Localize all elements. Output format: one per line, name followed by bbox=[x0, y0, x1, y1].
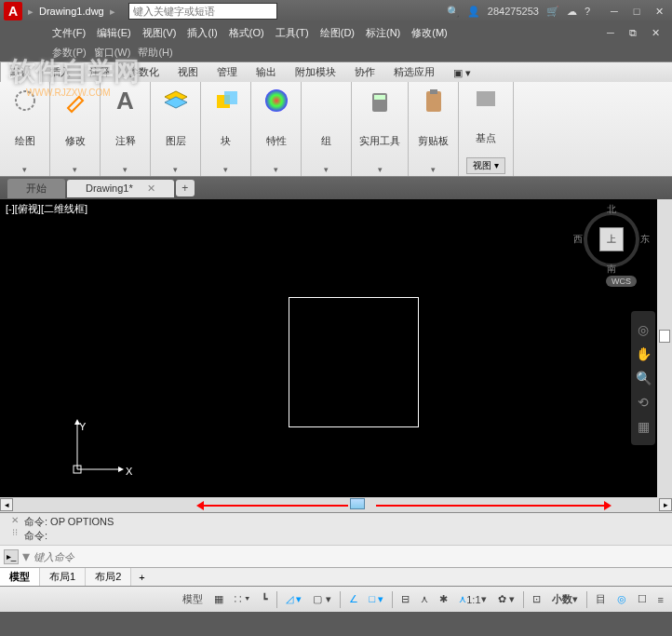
dropdown-icon[interactable]: ▾ bbox=[431, 165, 436, 174]
drawn-rectangle[interactable] bbox=[289, 297, 419, 427]
doc-tab-start[interactable]: 开始 bbox=[7, 179, 65, 198]
otrack-icon[interactable]: □ ▾ bbox=[365, 590, 389, 608]
dropdown-icon[interactable]: ▾ bbox=[324, 165, 329, 174]
snap-icon[interactable]: ⸬ ▾ bbox=[230, 590, 255, 608]
scale-label[interactable]: ⋏ 1:1 ▾ bbox=[454, 590, 491, 608]
wcs-badge[interactable]: WCS bbox=[606, 276, 637, 287]
steering-wheel-icon[interactable]: ◎ bbox=[634, 320, 652, 339]
panel-base-sub[interactable]: 视图 ▾ bbox=[466, 157, 505, 174]
dropdown-icon[interactable]: ▾ bbox=[378, 165, 383, 174]
doc-tab-drawing1[interactable]: Drawing1* ✕ bbox=[67, 180, 174, 197]
panel-layers[interactable]: 图层 ▾ bbox=[151, 82, 201, 176]
scrollbar-track[interactable] bbox=[13, 498, 659, 511]
search-input[interactable] bbox=[128, 3, 277, 20]
vertical-scrollbar[interactable] bbox=[657, 199, 672, 497]
scroll-left-button[interactable]: ◂ bbox=[0, 498, 13, 511]
user-icon[interactable]: 👤 bbox=[467, 6, 480, 18]
osnap-icon[interactable]: ∠ bbox=[344, 590, 363, 608]
app-logo[interactable]: A bbox=[4, 2, 22, 20]
ortho-icon[interactable]: ┗ bbox=[257, 590, 273, 608]
panel-properties[interactable]: 特性 ▾ bbox=[251, 82, 302, 176]
ribbon-tab-collab[interactable]: 协作 bbox=[345, 62, 384, 82]
doc-close-button[interactable]: ✕ bbox=[646, 27, 665, 39]
ribbon-tab-manage[interactable]: 管理 bbox=[208, 62, 247, 82]
dropdown-icon[interactable]: ▾ bbox=[223, 165, 228, 174]
close-button[interactable]: ✕ bbox=[650, 6, 668, 18]
cloud-icon[interactable]: ☁ bbox=[567, 6, 577, 18]
menu-view[interactable]: 视图(V) bbox=[139, 26, 181, 40]
menu-insert[interactable]: 插入(I) bbox=[183, 26, 221, 40]
menu-parametric[interactable]: 参数(P) bbox=[52, 46, 87, 60]
user-name[interactable]: 284275253 bbox=[488, 6, 539, 17]
cmd-close-icon[interactable]: ✕ bbox=[11, 515, 19, 525]
menu-tools[interactable]: 工具(T) bbox=[272, 26, 313, 40]
menu-modify[interactable]: 修改(M) bbox=[408, 26, 451, 40]
status-model-button[interactable]: 模型 bbox=[178, 589, 208, 609]
layout-tab-model[interactable]: 模型 bbox=[0, 568, 40, 586]
scrollbar-thumb-h[interactable] bbox=[350, 498, 365, 509]
polar-icon[interactable]: ◿ ▾ bbox=[281, 590, 306, 608]
annotation-visibility-icon[interactable]: ✱ bbox=[435, 590, 452, 608]
quick-properties-icon[interactable]: 目 bbox=[591, 589, 611, 609]
panel-clipboard[interactable]: 剪贴板 ▾ bbox=[409, 82, 459, 176]
panel-group[interactable]: 组 ▾ bbox=[302, 82, 352, 176]
dropdown-icon[interactable]: ▾ bbox=[173, 165, 178, 174]
annotation-scale-icon[interactable]: ⋏ bbox=[416, 590, 433, 608]
ribbon-tab-annotate[interactable]: 注释 bbox=[80, 62, 119, 82]
panel-block[interactable]: 块 ▾ bbox=[201, 82, 251, 176]
showmotion-icon[interactable]: ▦ bbox=[634, 417, 652, 436]
grid-icon[interactable]: ▦ bbox=[209, 590, 228, 608]
panel-utilities[interactable]: 实用工具 ▾ bbox=[352, 82, 409, 176]
doc-tab-add-button[interactable]: + bbox=[176, 180, 195, 196]
precision-label[interactable]: 小数 ▾ bbox=[547, 589, 583, 609]
view-cube[interactable]: 上 北 南 东 西 bbox=[579, 207, 644, 272]
dropdown-icon[interactable]: ▾ bbox=[274, 165, 278, 174]
cmd-handle-icon[interactable]: ⁝⁝ bbox=[12, 527, 18, 537]
isolate-icon[interactable]: ◎ bbox=[612, 590, 631, 608]
panel-base[interactable]: 基点 视图 ▾ bbox=[459, 82, 514, 176]
ribbon-tab-default[interactable]: 默认 bbox=[0, 61, 41, 82]
zoom-icon[interactable]: 🔍 bbox=[634, 369, 652, 387]
isoplane-icon[interactable]: ▢ ▾ bbox=[308, 590, 335, 608]
dropdown-icon[interactable]: ▾ bbox=[73, 165, 77, 174]
doc-minimize-button[interactable]: ─ bbox=[601, 27, 620, 39]
maximize-button[interactable]: □ bbox=[627, 6, 646, 18]
scroll-right-button[interactable]: ▸ bbox=[659, 498, 672, 511]
drawing-canvas[interactable]: [-][俯视][二维线框] Y X 上 北 南 东 西 WCS ◎ ✋ 🔍 ⟲ … bbox=[0, 199, 672, 497]
menu-help[interactable]: 帮助(H) bbox=[138, 46, 172, 60]
pan-icon[interactable]: ✋ bbox=[634, 345, 652, 363]
binoculars-icon[interactable]: 🔍 bbox=[447, 6, 460, 18]
horizontal-scrollbar[interactable]: ◂ ▸ bbox=[0, 497, 672, 512]
units-icon[interactable]: ⊡ bbox=[528, 590, 545, 608]
menu-window[interactable]: 窗口(W) bbox=[94, 46, 131, 60]
workspace-icon[interactable]: ✿ ▾ bbox=[493, 590, 519, 608]
orbit-icon[interactable]: ⟲ bbox=[634, 393, 652, 412]
menu-dimension[interactable]: 标注(N) bbox=[362, 26, 404, 40]
ribbon-tab-output[interactable]: 输出 bbox=[247, 62, 286, 82]
menu-draw[interactable]: 绘图(D) bbox=[316, 26, 358, 40]
ribbon-tab-insert[interactable]: 插入 bbox=[41, 62, 80, 82]
cart-icon[interactable]: 🛒 bbox=[546, 6, 559, 18]
customize-icon[interactable]: ≡ bbox=[653, 591, 668, 608]
menu-format[interactable]: 格式(O) bbox=[225, 26, 268, 40]
command-input[interactable] bbox=[34, 551, 668, 562]
doc-restore-button[interactable]: ⧉ bbox=[624, 27, 642, 39]
layout-tab-layout1[interactable]: 布局1 bbox=[40, 568, 86, 586]
menu-edit[interactable]: 编辑(E) bbox=[93, 26, 135, 40]
ribbon-tab-more[interactable]: ▣ ▾ bbox=[444, 64, 480, 82]
dropdown-icon[interactable]: ▾ bbox=[123, 165, 128, 174]
scrollbar-thumb[interactable] bbox=[659, 330, 670, 343]
ribbon-tab-addins[interactable]: 附加模块 bbox=[286, 62, 345, 82]
layout-add-button[interactable]: + bbox=[131, 570, 152, 585]
clean-screen-icon[interactable]: ☐ bbox=[633, 590, 652, 608]
ribbon-tab-parametric[interactable]: 参数化 bbox=[119, 62, 168, 82]
dropdown-icon[interactable]: ▾ bbox=[22, 165, 27, 174]
viewport-label[interactable]: [-][俯视][二维线框] bbox=[4, 201, 89, 217]
ribbon-tab-view[interactable]: 视图 bbox=[168, 62, 208, 82]
menu-file[interactable]: 文件(F) bbox=[48, 26, 89, 40]
cmd-prompt-icon[interactable]: ▸_ bbox=[4, 549, 19, 564]
lineweight-icon[interactable]: ⊟ bbox=[396, 590, 414, 608]
help-icon[interactable]: ? bbox=[585, 6, 590, 17]
ribbon-tab-featured[interactable]: 精选应用 bbox=[384, 62, 444, 82]
minimize-button[interactable]: ─ bbox=[605, 6, 624, 18]
